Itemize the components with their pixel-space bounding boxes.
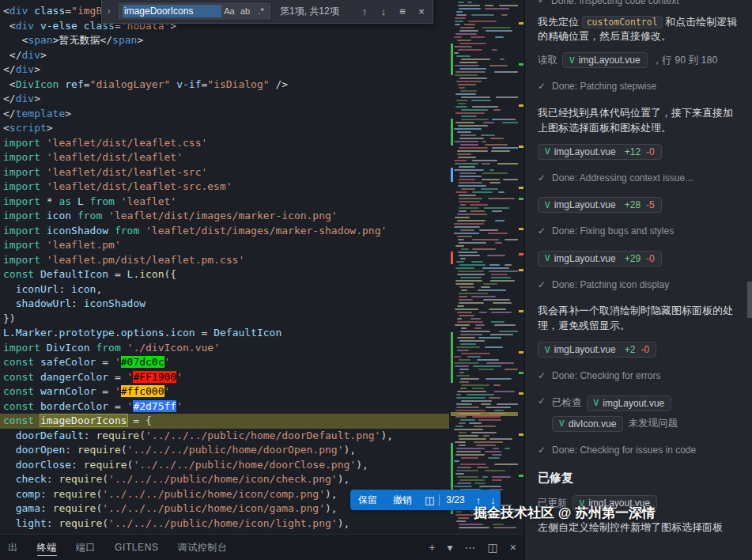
whole-word-toggle[interactable]: ab [237, 3, 253, 19]
diff-view-icon[interactable]: ◫ [420, 494, 439, 506]
previous-match-button[interactable]: ↑ [357, 3, 372, 19]
minimap[interactable] [451, 0, 518, 534]
done-status-text: Done: Patching icon display [552, 279, 669, 290]
code-line[interactable]: doorOpen: require('../../../public/home/… [0, 443, 449, 458]
added-lines: +2 [625, 344, 636, 355]
code-line[interactable]: <DivIcon ref="dialogLayer" v-if="isDialo… [0, 78, 449, 93]
chat-paragraph: 我已经找到具体代码位置了，接下来直接加上图标选择面板和图标处理。 [538, 106, 741, 136]
chat-top-status[interactable]: ✓ Done: Inspecting code context [538, 0, 741, 7]
find-query-text[interactable]: imageDoorIcons [123, 5, 221, 17]
done-status-row[interactable]: ✓Done: Patching icon display [538, 279, 741, 292]
terminal-dropdown-icon[interactable]: ▾ [448, 541, 453, 554]
file-name: imgLayout.vue [603, 398, 664, 409]
match-case-toggle[interactable]: Aa [221, 3, 237, 19]
code-line[interactable]: const DefaultIcon = L.icon({ [0, 267, 449, 282]
file-chip[interactable]: VimgLayout.vue [587, 395, 672, 411]
change-counter: 3/23 [440, 494, 470, 505]
code-line[interactable]: import 'leaflet/dist/leaflet.css' [0, 136, 449, 151]
checked-file-row: VdivIcon.vue未发现问题 [552, 416, 678, 432]
inline-code-chip[interactable]: customControl [582, 16, 663, 28]
file-chip[interactable]: VimgLayout.vue+28-5 [538, 197, 662, 213]
code-line[interactable]: <script> [0, 121, 449, 136]
file-chip[interactable]: VimgLayout.vue [562, 52, 648, 68]
check-icon: ✓ [538, 225, 546, 238]
done-status-text: Done: Addressing context issue... [552, 172, 693, 184]
paragraph-text: 我先定位 [538, 16, 582, 28]
regex-toggle[interactable]: .* [253, 3, 269, 19]
split-panel-icon[interactable]: ◫ [488, 541, 498, 554]
next-match-button[interactable]: ↓ [376, 3, 391, 19]
code-line[interactable]: import 'leaflet/dist/leaflet-src.esm' [0, 180, 449, 195]
code-line[interactable]: import 'leaflet.pm' [0, 238, 449, 253]
code-line[interactable]: </template> [0, 107, 449, 122]
panel-tab[interactable]: 终端 [37, 535, 57, 560]
code-line[interactable]: </div> [0, 92, 449, 107]
code-line[interactable]: import 'leaflet/dist/leaflet' [0, 150, 449, 165]
undo-button[interactable]: 撤销 [385, 490, 420, 510]
check-icon: ✓ [538, 0, 546, 7]
code-line[interactable]: light: require('../../../public/home/ico… [0, 516, 449, 532]
file-chip[interactable]: VimgLayout.vue+29-0 [538, 251, 662, 267]
overview-ruler[interactable] [518, 0, 524, 534]
done-status-row[interactable]: ✓Done: Fixing bugs and styles [538, 225, 741, 238]
done-status-row[interactable]: ✓Done: Addressing context issue... [538, 172, 741, 185]
code-line[interactable]: </div> [0, 48, 449, 63]
code-line[interactable]: iconUrl: icon, [0, 282, 449, 297]
code-line[interactable]: doorClose: require('../../../public/home… [0, 458, 449, 473]
file-change-row: VimgLayout.vue+28-5 [538, 197, 741, 213]
panel-tab[interactable]: 调试控制台 [178, 535, 228, 560]
file-change-row: VimgLayout.vue+12-0 [538, 144, 741, 160]
panel-tabs: 出终端端口GITLENS调试控制台 [8, 535, 247, 560]
done-status-text: Done: Patching stepwise [552, 81, 656, 92]
code-line[interactable]: import 'leaflet/dist/leaflet-src' [0, 165, 449, 180]
panel-scrollbar-thumb[interactable] [747, 282, 752, 318]
keep-button[interactable]: 保留 [350, 490, 385, 510]
code-line[interactable]: check: require('../../../public/home/ico… [0, 472, 449, 487]
code-line[interactable]: <span>暂无数据</span> [0, 33, 449, 48]
code-line[interactable]: shadowUrl: iconShadow [0, 297, 449, 312]
editor-pane[interactable]: <div class="imgB <div v-else class="noDa… [0, 0, 524, 534]
code-line[interactable]: doorDefault: require('../../../public/ho… [0, 429, 449, 444]
close-panel-icon[interactable]: × [510, 541, 516, 554]
file-name: imgLayout.vue [554, 146, 616, 157]
panel-tab[interactable]: 端口 [76, 535, 96, 560]
done-status-row[interactable]: ✓Done: Checking for errors [538, 370, 741, 383]
find-input[interactable]: imageDoorIcons Aa ab .* [117, 2, 272, 21]
close-find-icon[interactable]: × [414, 3, 429, 19]
more-actions-icon[interactable]: ⋯ [465, 541, 476, 554]
code-line[interactable]: const safeColor = '#07dc0c' [0, 355, 449, 370]
file-name: imgLayout.vue [554, 344, 616, 355]
file-chip[interactable]: VimgLayout.vue+12-0 [538, 144, 662, 160]
toggle-replace-icon[interactable]: › [104, 6, 114, 17]
code-line[interactable]: </div> [0, 62, 449, 78]
removed-lines: -0 [641, 344, 649, 355]
code-line[interactable]: const borderColor = '#2d75ff' [0, 399, 449, 414]
file-chip[interactable]: VimgLayout.vue+2-0 [538, 342, 656, 358]
checked-file-row: 已检查VimgLayout.vue [552, 395, 678, 411]
code-line[interactable]: const dangerColor = '#FF1900' [0, 370, 449, 385]
code-line[interactable]: import iconShadow from 'leaflet/dist/ima… [0, 224, 449, 239]
find-in-selection-icon[interactable]: ≡ [395, 3, 410, 19]
vue-file-icon: V [594, 399, 599, 407]
done-status-row[interactable]: ✓Done: Checking for issues in code [538, 445, 741, 457]
removed-lines: -5 [646, 199, 655, 210]
code-line[interactable]: }) [0, 312, 449, 327]
code-lines[interactable]: <div class="imgB <div v-else class="noDa… [0, 4, 449, 531]
done-status-row[interactable]: ✓Done: Patching stepwise [538, 81, 741, 93]
new-terminal-icon[interactable]: + [429, 541, 435, 554]
vue-file-icon: V [545, 346, 550, 354]
code-line[interactable]: const warnColor = '#ffc000' [0, 384, 449, 399]
panel-tab[interactable]: GITLENS [115, 535, 159, 560]
chat-paragraph: 左侧自定义绘制控件新增了图标选择面板 [538, 520, 741, 535]
file-chip[interactable]: VdivIcon.vue [552, 416, 623, 432]
check-icon: ✓ [538, 81, 546, 93]
code-line[interactable]: import DivIcon from './divIcon.vue' [0, 341, 449, 356]
code-line[interactable]: import icon from 'leaflet/dist/images/ma… [0, 209, 449, 224]
code-line[interactable]: L.Marker.prototype.options.icon = Defaul… [0, 326, 449, 341]
checked-files-lines: 已检查VimgLayout.vueVdivIcon.vue未发现问题 [552, 395, 678, 432]
code-line[interactable]: import 'leaflet.pm/dist/leaflet.pm.css' [0, 253, 449, 268]
panel-tab[interactable]: 出 [8, 535, 18, 560]
vue-file-icon: V [545, 147, 550, 156]
code-line[interactable]: const imageDoorIcons = { [0, 414, 449, 429]
code-line[interactable]: import * as L from 'leaflet' [0, 195, 449, 210]
